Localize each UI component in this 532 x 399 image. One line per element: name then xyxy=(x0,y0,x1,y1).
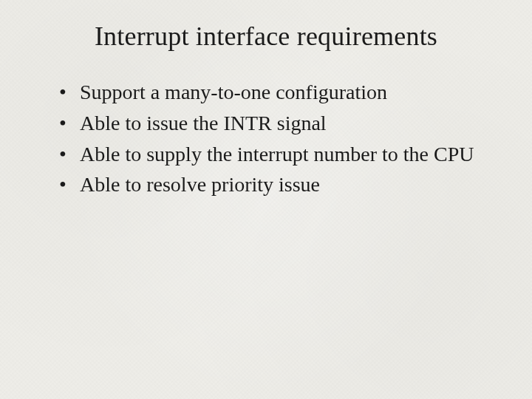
list-item: Able to supply the interrupt number to t… xyxy=(59,140,488,168)
bullet-list: Support a many-to-one configuration Able… xyxy=(44,78,488,199)
slide-title: Interrupt interface requirements xyxy=(44,21,488,52)
slide: Interrupt interface requirements Support… xyxy=(0,0,532,399)
list-item: Able to resolve priority issue xyxy=(59,171,488,199)
list-item: Able to issue the INTR signal xyxy=(59,109,488,137)
list-item: Support a many-to-one configuration xyxy=(59,78,488,106)
